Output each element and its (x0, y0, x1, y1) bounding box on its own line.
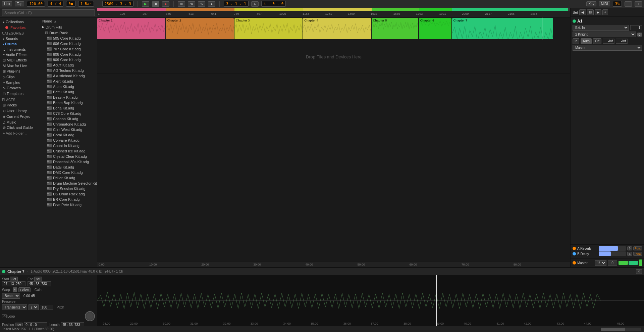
beats-select[interactable]: Beats (2, 293, 20, 299)
sidebar-item-favorites[interactable]: Favorites (0, 25, 40, 30)
file-item-18[interactable]: Chromatone Kit.adg (40, 122, 97, 127)
off-button[interactable]: Off (593, 38, 601, 44)
draw-button[interactable]: ✎ (198, 1, 205, 7)
master-vol[interactable] (608, 260, 617, 266)
auto-button[interactable]: Auto (581, 38, 592, 44)
reverb-post-btn[interactable]: Post (633, 246, 642, 250)
midi-button[interactable]: MIDI (599, 1, 610, 6)
file-item-19[interactable]: Clint West Kit.adg (40, 127, 97, 132)
end-input[interactable] (28, 281, 51, 286)
follow-toggle[interactable]: Follow (18, 287, 31, 292)
length-input[interactable] (61, 322, 84, 326)
right-panel-btn-2[interactable]: ⊟ (587, 9, 594, 15)
master-out-select[interactable]: Master (573, 45, 642, 51)
sidebar-item-packs[interactable]: ⊞ Packs (0, 102, 40, 108)
file-item-14[interactable]: Boom Bap Kit.adg (40, 100, 97, 105)
file-item-15[interactable]: Borja Kit.adg (40, 105, 97, 111)
link-button[interactable]: Link (2, 1, 12, 6)
file-item-20[interactable]: Coral Kit.adg (40, 132, 97, 138)
transients-select[interactable]: Transients (2, 304, 27, 310)
clip-chapter4[interactable]: Chapter 4 (303, 18, 371, 39)
sidebar-item-current-project[interactable]: ◈ Current Projec (0, 114, 40, 120)
warp-toggle[interactable]: ▪ (13, 287, 17, 292)
follow-button[interactable]: ● (208, 1, 215, 7)
file-item-25[interactable]: Dancehall 80s Kit.adg (40, 159, 97, 164)
right-panel-btn-1[interactable]: ◀ (579, 9, 586, 15)
sidebar-item-collections[interactable]: ▸ Collections (0, 19, 40, 25)
file-item-2[interactable]: 505 Core Kit.adg (40, 36, 97, 41)
file-item-5[interactable]: 808 Core Kit.adg (40, 52, 97, 57)
right-panel-btn-3[interactable]: ▶ (595, 9, 601, 15)
transient-val-select[interactable]: p2 (29, 304, 39, 310)
position-input[interactable] (24, 322, 47, 326)
file-item-11[interactable]: Atom Kit.adg (40, 84, 97, 89)
file-item-29[interactable]: Drum Machine Selector Kit.adg (40, 181, 97, 186)
sidebar-item-instruments[interactable]: ♫ Instruments (0, 47, 40, 52)
delay-post-btn[interactable]: Post (633, 252, 642, 256)
vol-in-1[interactable] (603, 39, 614, 44)
clip-chapter5[interactable]: Chapter 5 (372, 18, 419, 39)
clip-chapter3[interactable]: Chapter 3 (234, 18, 303, 39)
sidebar-item-templates[interactable]: ⊟ Templates (0, 91, 40, 97)
key-button[interactable]: Key (586, 1, 596, 6)
ext-in-select[interactable]: Ext. In (573, 25, 629, 31)
file-item-24[interactable]: Crystal Clear Kit.adg (40, 154, 97, 159)
start-set-btn[interactable]: Set (10, 277, 18, 281)
file-item-12[interactable]: Battu Kit.adg (40, 89, 97, 95)
master-select[interactable]: 1/2 (595, 260, 606, 266)
sidebar-item-user-library[interactable]: ⊙ User Library (0, 108, 40, 114)
sidebar-item-click-and-guide[interactable]: ⊕ Click and Guide (0, 125, 40, 131)
clip-chapter7[interactable]: Chapter 7 (452, 18, 553, 39)
file-item-33[interactable]: Feat Pete Kit.adg (40, 202, 97, 207)
delay-fader[interactable] (599, 251, 626, 256)
sidebar-item-audio-effects[interactable]: ~ Audio Effects (0, 52, 40, 57)
sidebar-item-clips[interactable]: ▷ Clips (0, 74, 40, 80)
sidebar-item-drums[interactable]: ▪ Drums (0, 41, 40, 47)
sidebar-item-grooves[interactable]: ∿ Grooves (0, 85, 40, 91)
instrument-select[interactable]: 2 Knight (573, 32, 636, 37)
bottom-close-btn[interactable]: ✕ (636, 269, 642, 274)
transient-amount[interactable] (40, 305, 53, 310)
zoom-in-button[interactable]: + (635, 1, 642, 7)
sidebar-item-plugins[interactable]: ⊞ Plug-Ins (0, 68, 40, 74)
sidebar-item-sounds[interactable]: ♪ Sounds (0, 36, 40, 41)
tap-button[interactable]: Tap (15, 1, 24, 6)
ruler[interactable]: 1 129 257 385 513 641 769 897 1025 1153 … (97, 11, 570, 17)
file-item-0[interactable]: ▸ Drum Hits (40, 24, 97, 30)
play-button[interactable]: ▶ (142, 1, 149, 7)
sidebar-item-max-for-live[interactable]: M Max for Live (0, 63, 40, 68)
file-item-31[interactable]: DS Drum Rack.adg (40, 191, 97, 197)
file-item-27[interactable]: DMX Core Kit.adg (40, 170, 97, 175)
file-item-17[interactable]: Cashon Kit.adg (40, 116, 97, 122)
file-item-6[interactable]: 909 Core Kit.adg (40, 57, 97, 62)
master-green-2[interactable] (629, 261, 638, 265)
drop-zone[interactable]: Drop Files and Devices Here (97, 40, 570, 74)
record-button[interactable]: ● (162, 1, 169, 7)
sidebar-item-midi-effects[interactable]: ⊡ MIDI Effects (0, 57, 40, 63)
vol-in-2[interactable] (616, 39, 628, 44)
file-item-22[interactable]: Count In Kit.adg (40, 143, 97, 148)
file-item-8[interactable]: AG Techno Kit.adg (40, 68, 97, 73)
file-item-3[interactable]: 606 Core Kit.adg (40, 41, 97, 46)
sidebar-item-samples[interactable]: ≈ Samples (0, 80, 40, 85)
reverb-fader[interactable] (599, 246, 626, 251)
file-item-28[interactable]: Driller Kit.adg (40, 175, 97, 181)
right-panel-btn-4[interactable]: + (602, 9, 608, 15)
clip-chapter2[interactable]: Chapter 2 (166, 18, 234, 39)
stop-button[interactable]: ■ (152, 1, 159, 7)
start-input[interactable] (2, 281, 25, 286)
file-item-13[interactable]: Beastly Kit.adg (40, 95, 97, 100)
file-item-23[interactable]: Crushed Ice Kit.adg (40, 148, 97, 154)
sidebar-item-add-folder[interactable]: + Add Folder... (0, 131, 40, 136)
file-item-32[interactable]: ER Core Kit.adg (40, 197, 97, 202)
clip-chapter1[interactable]: Chapter 1 (97, 18, 165, 39)
ext-in-channel[interactable] (630, 25, 642, 30)
zoom-out-button[interactable]: − (625, 1, 632, 7)
file-item-1[interactable]: ⊟ Drum Rack (40, 30, 97, 36)
file-item-10[interactable]: Alert Kit.adg (40, 79, 97, 84)
reverb-s-btn[interactable]: S (627, 246, 632, 250)
clip-chapter6[interactable]: Chapter 6 (419, 18, 451, 39)
pitch-knob[interactable] (85, 311, 95, 321)
loop-button[interactable]: ⟲ (188, 1, 195, 7)
in-button[interactable]: In (573, 38, 579, 44)
